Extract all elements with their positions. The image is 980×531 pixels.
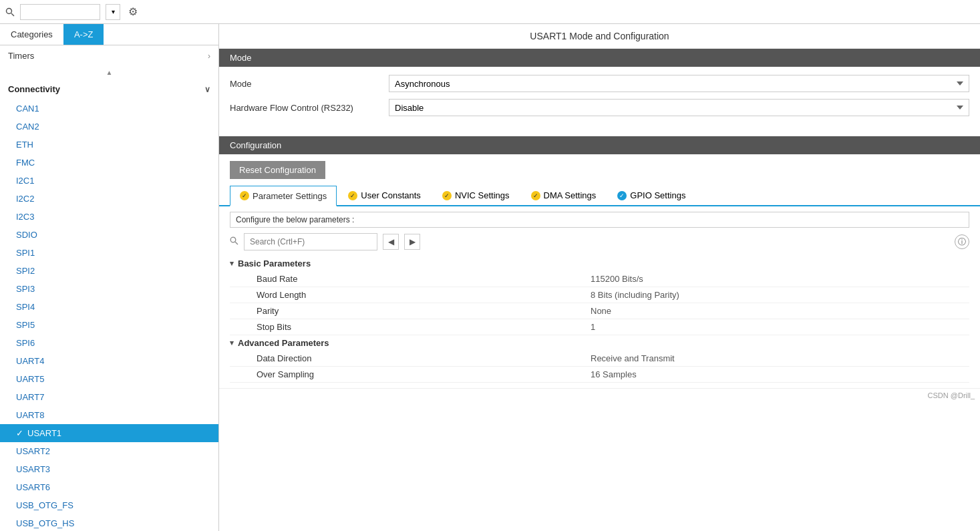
sidebar-scroll-up: ▲	[0, 66, 218, 79]
sidebar-list: Timers › ▲ Connectivity ∨ CAN1CAN2ETHFMC…	[0, 45, 218, 531]
sidebar-item-usart3[interactable]: USART3	[0, 460, 218, 478]
sidebar-item-usb_otg_fs[interactable]: USB_OTG_FS	[0, 496, 218, 514]
tab-dot-4: ✓	[617, 191, 627, 200]
sidebar-connectivity-header[interactable]: Connectivity ∨	[0, 79, 218, 100]
tab-dot-3: ✓	[531, 191, 540, 200]
sidebar-item-spi2[interactable]: SPI2	[0, 262, 218, 280]
top-bar: ▾ ⚙	[0, 0, 980, 24]
svg-line-3	[235, 242, 238, 244]
sidebar-item-i2c3[interactable]: I2C3	[0, 208, 218, 226]
configure-text: Configure the below parameters :	[230, 212, 969, 228]
flow-control-row: Hardware Flow Control (RS232) Disable	[230, 99, 969, 116]
sidebar-item-usart6[interactable]: USART6	[0, 478, 218, 496]
tab-dot-1: ✓	[348, 191, 357, 200]
sidebar: Categories A->Z Timers › ▲ Connectivity …	[0, 24, 219, 531]
params-area: Configure the below parameters : ◀ ▶ ⓘ ▾	[219, 206, 980, 388]
timers-chevron-right-icon: ›	[208, 51, 210, 61]
footer: CSDN @Drill_	[219, 388, 980, 402]
sidebar-items-container: CAN1CAN2ETHFMCI2C1I2C2I2C3SDIOSPI1SPI2SP…	[0, 100, 218, 531]
tab-gpio-settings[interactable]: ✓GPIO Settings	[607, 186, 695, 205]
param-row-data-direction: Data DirectionReceive and Transmit	[230, 351, 969, 367]
param-row-over-sampling: Over Sampling16 Samples	[230, 367, 969, 383]
param-row-word-length: Word Length8 Bits (including Parity)	[230, 287, 969, 303]
param-tree: ▾ Basic Parameters Baud Rate115200 Bits/…	[230, 256, 969, 383]
search-next-button[interactable]: ▶	[404, 234, 420, 250]
svg-point-0	[7, 8, 12, 13]
basic-params-header[interactable]: ▾ Basic Parameters	[230, 256, 969, 271]
tab-user-constants[interactable]: ✓User Constants	[338, 186, 431, 205]
tab-dot-2: ✓	[442, 191, 452, 200]
advanced-params-chevron-icon: ▾	[230, 339, 234, 347]
sidebar-item-can1[interactable]: CAN1	[0, 100, 218, 118]
mode-row: Mode Asynchronous	[230, 75, 969, 92]
sidebar-item-uart7[interactable]: UART7	[0, 388, 218, 406]
sidebar-item-usart2[interactable]: USART2	[0, 442, 218, 460]
search-icon	[5, 7, 15, 17]
sidebar-tabs: Categories A->Z	[0, 24, 218, 45]
sidebar-item-spi1[interactable]: SPI1	[0, 244, 218, 262]
search-prev-button[interactable]: ◀	[383, 234, 399, 250]
sidebar-item-sdio[interactable]: SDIO	[0, 226, 218, 244]
timers-label: Timers	[8, 51, 34, 61]
param-search-input[interactable]	[244, 233, 377, 250]
advanced-params-header[interactable]: ▾ Advanced Parameters	[230, 335, 969, 351]
flow-control-label: Hardware Flow Control (RS232)	[230, 103, 383, 113]
sidebar-item-fmc[interactable]: FMC	[0, 154, 218, 172]
advanced-params-rows: Data DirectionReceive and TransmitOver S…	[230, 351, 969, 383]
mode-section-header: Mode	[219, 49, 980, 67]
sidebar-item-usb_otg_hs[interactable]: USB_OTG_HS	[0, 514, 218, 531]
sidebar-item-eth[interactable]: ETH	[0, 136, 218, 154]
tab-parameter-settings[interactable]: ✓Parameter Settings	[230, 186, 337, 206]
sidebar-item-spi3[interactable]: SPI3	[0, 280, 218, 298]
sidebar-item-spi4[interactable]: SPI4	[0, 298, 218, 316]
param-search-icon	[230, 236, 238, 247]
sidebar-item-can2[interactable]: CAN2	[0, 118, 218, 136]
param-row-parity: ParityNone	[230, 303, 969, 319]
mode-label: Mode	[230, 79, 383, 89]
flow-control-select[interactable]: Disable	[389, 99, 969, 116]
svg-point-2	[230, 237, 236, 242]
tab-dot-0: ✓	[240, 191, 249, 200]
sidebar-item-i2c1[interactable]: I2C1	[0, 172, 218, 190]
param-row-stop-bits: Stop Bits1	[230, 319, 969, 335]
page-title: USART1 Mode and Configuration	[219, 24, 980, 49]
connectivity-chevron-icon: ∨	[204, 85, 210, 94]
sidebar-item-spi6[interactable]: SPI6	[0, 334, 218, 352]
sidebar-item-usart1[interactable]: ✓ USART1	[0, 424, 218, 442]
tab-categories[interactable]: Categories	[0, 24, 63, 45]
reset-configuration-button[interactable]: Reset Configuration	[230, 161, 325, 179]
top-dropdown-arrow[interactable]: ▾	[106, 4, 120, 20]
param-row-baud-rate: Baud Rate115200 Bits/s	[230, 271, 969, 287]
config-section: Configuration Reset Configuration ✓Param…	[219, 136, 980, 388]
advanced-params-label: Advanced Parameters	[238, 338, 329, 348]
mode-section-body: Mode Asynchronous Hardware Flow Control …	[219, 67, 980, 131]
tab-nvic-settings[interactable]: ✓NVIC Settings	[432, 186, 520, 205]
tab-az[interactable]: A->Z	[63, 24, 104, 45]
basic-params-label: Basic Parameters	[238, 258, 311, 269]
tab-bar: ✓Parameter Settings✓User Constants✓NVIC …	[219, 186, 980, 206]
info-icon[interactable]: ⓘ	[955, 234, 969, 249]
sidebar-item-uart5[interactable]: UART5	[0, 370, 218, 388]
check-icon: ✓	[16, 428, 23, 438]
content-area: USART1 Mode and Configuration Mode Mode …	[219, 24, 980, 531]
gear-icon[interactable]: ⚙	[128, 5, 138, 18]
basic-params-rows: Baud Rate115200 Bits/sWord Length8 Bits …	[230, 271, 969, 335]
sidebar-item-uart8[interactable]: UART8	[0, 406, 218, 424]
mode-select[interactable]: Asynchronous	[389, 75, 969, 92]
sidebar-item-i2c2[interactable]: I2C2	[0, 190, 218, 208]
top-search-input[interactable]	[20, 4, 100, 20]
sidebar-item-spi5[interactable]: SPI5	[0, 316, 218, 334]
basic-params-chevron-icon: ▾	[230, 259, 234, 268]
connectivity-label: Connectivity	[8, 84, 60, 94]
sidebar-timers[interactable]: Timers ›	[0, 45, 218, 66]
search-row: ◀ ▶ ⓘ	[230, 233, 969, 250]
sidebar-item-uart4[interactable]: UART4	[0, 352, 218, 370]
svg-line-1	[11, 13, 14, 16]
config-section-header: Configuration	[219, 136, 980, 154]
tab-dma-settings[interactable]: ✓DMA Settings	[521, 186, 607, 205]
main-layout: Categories A->Z Timers › ▲ Connectivity …	[0, 24, 980, 531]
